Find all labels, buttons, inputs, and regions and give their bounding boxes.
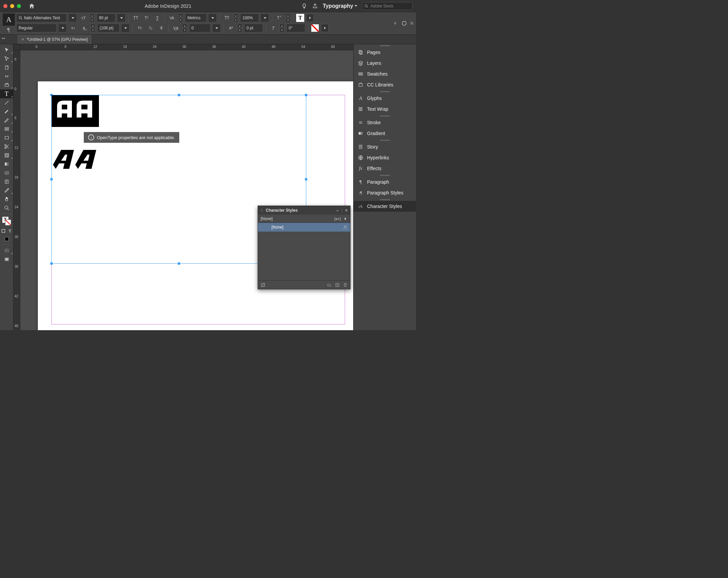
expand-panels-icon[interactable]: ▸▸ bbox=[2, 36, 5, 40]
smallcaps-button[interactable]: Tᴛ bbox=[135, 24, 144, 32]
dock-grip[interactable] bbox=[354, 90, 416, 93]
panel-menu-icon[interactable]: ≡ bbox=[345, 208, 347, 213]
panel-gradient[interactable]: Gradient bbox=[354, 128, 416, 139]
style-override-icon[interactable] bbox=[261, 283, 265, 287]
frame-handle[interactable] bbox=[178, 94, 180, 96]
panel-stroke[interactable]: Stroke bbox=[354, 117, 416, 128]
kerning-stepper[interactable]: ▲▼ bbox=[178, 14, 183, 22]
note-tool[interactable] bbox=[0, 177, 14, 186]
tracking-dropdown[interactable] bbox=[213, 24, 221, 32]
zoom-window-button[interactable] bbox=[17, 4, 21, 8]
dock-grip[interactable] bbox=[354, 174, 416, 177]
adobe-stock-search[interactable]: Adobe Stock bbox=[362, 2, 413, 10]
panel-pages[interactable]: Pages bbox=[354, 47, 416, 58]
format-container-text-toggle[interactable]: T bbox=[0, 227, 14, 235]
panel-story[interactable]: Story bbox=[354, 141, 416, 152]
panel-grip-icon[interactable]: ◇ bbox=[261, 209, 263, 212]
vscale-input[interactable]: 100% bbox=[240, 14, 259, 22]
document-tab[interactable]: × *Untitled-1 @ 57% [GPU Preview] bbox=[18, 35, 92, 44]
panel-layers[interactable]: Layers bbox=[354, 58, 416, 69]
dock-grip[interactable] bbox=[354, 44, 416, 47]
vscale-dropdown[interactable] bbox=[261, 14, 269, 22]
scissors-tool[interactable] bbox=[0, 142, 14, 151]
panel-header[interactable]: ◇ Character Styles ›› | ≡ bbox=[258, 206, 350, 215]
selected-text-aa[interactable] bbox=[52, 95, 99, 127]
skew-stepper[interactable]: ▲▼ bbox=[280, 24, 284, 32]
type-tool[interactable]: T bbox=[0, 89, 14, 98]
stroke-color-swatch[interactable] bbox=[311, 24, 319, 32]
home-button[interactable] bbox=[28, 3, 35, 9]
pencil-tool[interactable] bbox=[0, 116, 14, 125]
vscale-stepper[interactable]: ▲▼ bbox=[233, 14, 238, 22]
frame-handle[interactable] bbox=[50, 178, 53, 181]
default-fill-icon[interactable] bbox=[0, 235, 14, 243]
paragraph-formatting-mode[interactable]: ¶ bbox=[3, 27, 14, 33]
direct-selection-tool[interactable] bbox=[0, 54, 14, 63]
close-tab-icon[interactable]: × bbox=[22, 37, 24, 42]
dock-grip[interactable] bbox=[354, 139, 416, 141]
panel-paragraph[interactable]: ¶Paragraph bbox=[354, 177, 416, 187]
panel-paragraph-styles[interactable]: ₍¶Paragraph Styles bbox=[354, 187, 416, 198]
quick-apply-icon[interactable] bbox=[343, 216, 347, 221]
font-family-dropdown[interactable] bbox=[69, 14, 77, 22]
frame-handle[interactable] bbox=[178, 262, 180, 265]
kerning-input[interactable]: Metrics bbox=[185, 14, 207, 22]
free-transform-tool[interactable] bbox=[0, 151, 14, 160]
control-panel-menu-icon[interactable] bbox=[401, 21, 407, 26]
panel-glyphs[interactable]: AGlyphs bbox=[354, 93, 416, 104]
fill-color-swatch[interactable]: T bbox=[296, 14, 304, 22]
leading-input[interactable]: (108 pt) bbox=[97, 24, 120, 32]
page-tool[interactable] bbox=[0, 63, 14, 72]
tracking-stepper[interactable]: ▲▼ bbox=[182, 24, 187, 32]
view-mode-toggle[interactable] bbox=[0, 246, 14, 255]
font-family-select[interactable]: Italic Alternates Test bbox=[16, 14, 67, 22]
delete-style-icon[interactable] bbox=[343, 283, 347, 287]
underline-button[interactable]: T bbox=[153, 14, 162, 22]
superscript-button[interactable]: T¹ bbox=[142, 14, 151, 22]
rectangle-frame-tool[interactable] bbox=[0, 125, 14, 133]
hand-tool[interactable] bbox=[0, 195, 14, 204]
text-aa-italic[interactable] bbox=[53, 149, 97, 172]
hints-icon[interactable] bbox=[301, 3, 307, 9]
tracking-input[interactable]: 0 bbox=[189, 24, 211, 32]
pen-tool[interactable] bbox=[0, 107, 14, 116]
frame-handle[interactable] bbox=[50, 262, 53, 265]
new-style-icon[interactable] bbox=[335, 283, 340, 287]
fill-more-button[interactable] bbox=[306, 14, 314, 22]
gap-tool[interactable] bbox=[0, 72, 14, 81]
eyedropper-tool[interactable] bbox=[0, 186, 14, 195]
minimize-window-button[interactable] bbox=[10, 4, 14, 8]
allcaps-button[interactable]: TT bbox=[131, 14, 140, 22]
format-container-icon[interactable] bbox=[0, 227, 7, 235]
new-style-from-selection-icon[interactable]: [a+] bbox=[334, 217, 341, 221]
font-style-dropdown[interactable] bbox=[59, 24, 67, 32]
font-size-dropdown[interactable] bbox=[118, 14, 126, 22]
gradient-swatch-tool[interactable] bbox=[0, 160, 14, 168]
subscript-button[interactable]: T₁ bbox=[146, 24, 155, 32]
content-collector-tool[interactable] bbox=[0, 81, 14, 89]
baseline-shift-stepper[interactable]: ▲▼ bbox=[286, 14, 290, 22]
collapse-panel-icon[interactable]: ›› bbox=[336, 209, 339, 212]
workspace-switcher[interactable]: Typography bbox=[323, 3, 357, 9]
baseline-input[interactable]: 0 pt bbox=[244, 24, 263, 32]
panel-cc-libraries[interactable]: CC Libraries bbox=[354, 79, 416, 90]
gradient-feather-tool[interactable] bbox=[0, 168, 14, 177]
frame-handle[interactable] bbox=[305, 178, 307, 181]
dock-grip[interactable] bbox=[354, 114, 416, 117]
style-item-none[interactable]: [None] bbox=[258, 223, 350, 232]
panel-swatches[interactable]: Swatches bbox=[354, 69, 416, 79]
styles-list[interactable]: [None] bbox=[258, 223, 350, 280]
panel-hyperlinks[interactable]: Hyperlinks bbox=[354, 152, 416, 163]
leading-inc-icon[interactable]: ≡↑ bbox=[69, 24, 78, 32]
character-formatting-mode[interactable]: A bbox=[3, 14, 15, 26]
font-size-stepper[interactable]: ▲▼ bbox=[90, 14, 95, 22]
kerning-dropdown[interactable] bbox=[209, 14, 217, 22]
stroke-more-button[interactable] bbox=[321, 24, 329, 32]
character-styles-panel[interactable]: ◇ Character Styles ›› | ≡ [None] [a+] [N… bbox=[258, 206, 350, 289]
fill-stroke-proxy[interactable]: T bbox=[0, 215, 14, 227]
leading-stepper[interactable]: ▲▼ bbox=[90, 24, 95, 32]
format-text-icon[interactable]: T bbox=[7, 227, 14, 235]
font-style-select[interactable]: Regular bbox=[16, 24, 57, 32]
dock-grip[interactable] bbox=[354, 198, 416, 201]
close-window-button[interactable] bbox=[3, 4, 7, 8]
